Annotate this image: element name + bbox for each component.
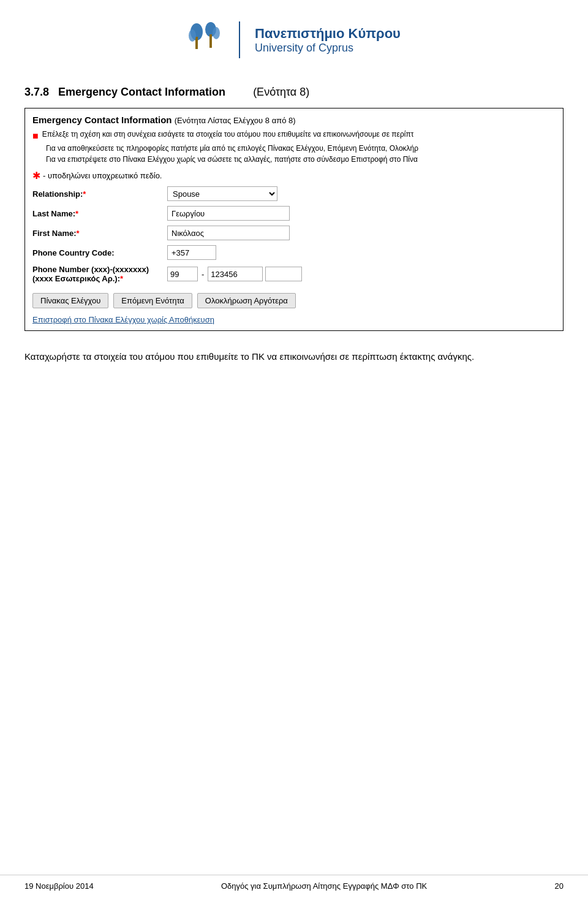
university-logo-icon (187, 18, 224, 61)
info-row-2: Για να αποθηκεύσετε τις πληροφορίες πατή… (32, 144, 556, 153)
required-note: ✱ - υποδηλώνει υποχρεωτικό πεδίο. (32, 170, 556, 181)
section-heading: 3.7.8 Emergency Contact Information (Ενό… (24, 86, 564, 99)
last-name-input[interactable] (167, 206, 290, 221)
svg-point-4 (189, 29, 196, 42)
info-text-1: Επέλεξε τη σχέση και στη συνέχεια εισάγε… (42, 130, 414, 139)
svg-rect-1 (195, 37, 198, 49)
required-note-text: - υποδηλώνει υποχρεωτικό πεδίο. (43, 171, 162, 180)
relationship-label: Relationship:* (32, 189, 167, 199)
first-name-input[interactable] (167, 226, 290, 240)
phone-country-code-input[interactable] (167, 245, 216, 260)
svg-point-5 (213, 27, 220, 39)
logo-greek-text: Πανεπιστήμιο Κύπρου (255, 26, 401, 42)
phone-number-row: Phone Number (xxx)-(xxxxxxx) (xxxx Εσωτε… (32, 265, 556, 283)
last-name-label: Last Name:* (32, 209, 167, 218)
logo-text: Πανεπιστήμιο Κύπρου University of Cyprus (255, 26, 401, 55)
next-button[interactable]: Επόμενη Ενότητα (113, 293, 192, 308)
back-link[interactable]: Επιστροφή στο Πίνακα Ελέγχου χωρίς Αποθή… (32, 315, 214, 324)
panel-title: Emergency Contact Information (Ενότητα Λ… (32, 115, 556, 125)
info-text-2: Για να αποθηκεύσετε τις πληροφορίες πατή… (46, 144, 418, 153)
logo-english-text: University of Cyprus (255, 42, 401, 55)
phone-inputs-container: - (167, 267, 302, 281)
phone-input-part1[interactable] (167, 267, 198, 281)
info-row-1: ■ Επέλεξε τη σχέση και στη συνέχεια εισά… (32, 130, 556, 142)
info-text-3: Για να επιστρέψετε στο Πίνακα Ελέγχου χω… (46, 155, 418, 164)
header: Πανεπιστήμιο Κύπρου University of Cyprus (24, 12, 564, 74)
logo-container: Πανεπιστήμιο Κύπρου University of Cyprus (187, 18, 401, 61)
description-text: Καταχωρήστε τα στοιχεία του ατόμου που ε… (24, 349, 564, 364)
svg-rect-3 (209, 34, 212, 48)
phone-number-label: Phone Number (xxx)-(xxxxxxx) (xxxx Εσωτε… (32, 265, 167, 283)
phone-input-part3[interactable] (265, 267, 302, 281)
complete-button[interactable]: Ολοκλήρωση Αργότερα (197, 293, 296, 308)
form-panel: Emergency Contact Information (Ενότητα Λ… (24, 108, 564, 331)
back-link-container: Επιστροφή στο Πίνακα Ελέγχου χωρίς Αποθή… (32, 314, 556, 324)
panel-title-main: Emergency Contact Information (32, 115, 172, 125)
phone-separator-1: - (200, 270, 205, 279)
section-subtitle: (Ενότητα 8) (253, 86, 309, 98)
phone-country-code-row: Phone Country Code: (32, 245, 556, 260)
footer: 19 Νοεμβρίου 2014 Οδηγός για Συμπλήρωση … (0, 875, 588, 897)
buttons-row: Πίνακας Ελέγχου Επόμενη Ενότητα Ολοκλήρω… (32, 293, 556, 308)
footer-center-text: Οδηγός για Συμπλήρωση Αίτησης Εγγραφής Μ… (94, 881, 555, 891)
first-name-label: First Name:* (32, 229, 167, 238)
last-name-row: Last Name:* (32, 206, 556, 221)
panel-title-subtitle: (Ενότητα Λίστας Ελέγχου 8 από 8) (175, 116, 296, 125)
phone-country-code-label: Phone Country Code: (32, 248, 167, 257)
phone-input-part2[interactable] (208, 267, 263, 281)
info-icon-1: ■ (32, 131, 39, 142)
logo-divider (239, 21, 240, 58)
relationship-row: Relationship:* Spouse (32, 186, 556, 201)
info-row-3: Για να επιστρέψετε στο Πίνακα Ελέγχου χω… (32, 155, 556, 164)
relationship-select[interactable]: Spouse (167, 186, 277, 201)
footer-page-number: 20 (555, 881, 564, 891)
section-title: Emergency Contact Information (58, 86, 225, 98)
section-number: 3.7.8 (24, 86, 49, 98)
first-name-row: First Name:* (32, 226, 556, 240)
required-star-icon: ✱ (32, 170, 40, 181)
checklist-button[interactable]: Πίνακας Ελέγχου (32, 293, 108, 308)
footer-date: 19 Νοεμβρίου 2014 (24, 881, 94, 891)
